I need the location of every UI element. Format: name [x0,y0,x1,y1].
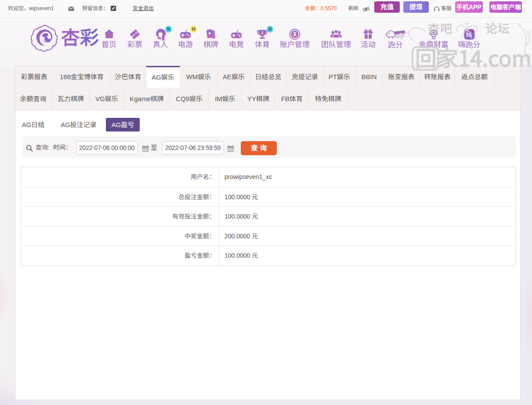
svg-text:hi: hi [466,31,471,38]
svg-text:1: 1 [261,30,263,35]
